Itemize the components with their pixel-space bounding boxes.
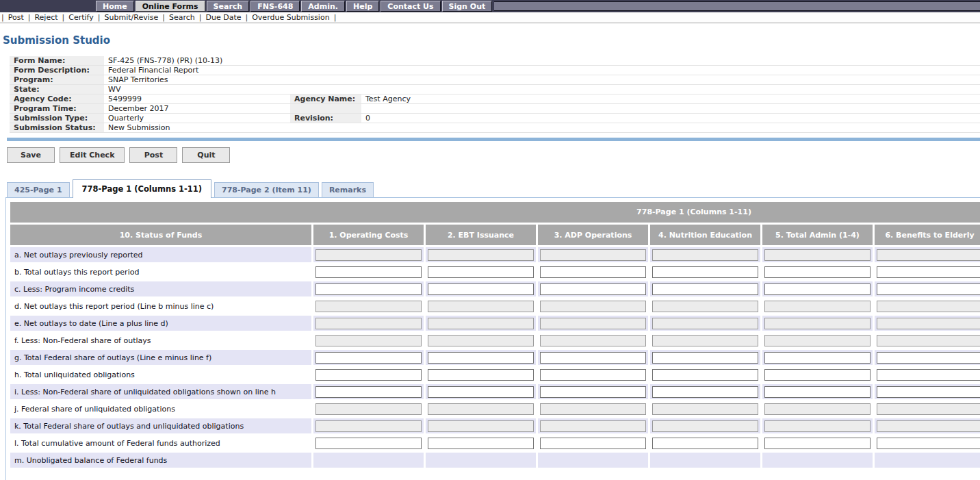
input-i-col1[interactable] — [315, 386, 422, 398]
input-l-col2[interactable] — [428, 438, 534, 449]
tab-425-page-1[interactable]: 425-Page 1 — [7, 182, 70, 197]
input-j-col2 — [428, 403, 534, 415]
detail-value-secondary: 0 — [361, 114, 980, 123]
grid-cell — [650, 401, 760, 416]
menu-item-search[interactable]: Search — [169, 13, 195, 22]
grid-cell — [426, 333, 536, 348]
nav-item-home[interactable]: Home — [96, 1, 134, 12]
nav-item-admin[interactable]: Admin. — [301, 1, 345, 12]
input-h-col2[interactable] — [428, 369, 534, 381]
save-button[interactable]: Save — [7, 147, 55, 163]
input-g-col1[interactable] — [315, 352, 422, 364]
input-j-col3 — [540, 403, 646, 415]
input-b-col6[interactable] — [877, 266, 980, 278]
input-i-col2[interactable] — [428, 386, 534, 398]
menu-item-certify[interactable]: Certify — [68, 13, 94, 22]
grid-cell — [762, 418, 873, 433]
detail-label-secondary — [290, 66, 361, 75]
input-f-col6 — [877, 335, 980, 346]
input-l-col5[interactable] — [764, 438, 871, 449]
nav-item-fns-648[interactable]: FNS-648 — [250, 1, 300, 12]
input-c-col1[interactable] — [315, 283, 422, 295]
input-l-col1[interactable] — [315, 438, 422, 449]
input-h-col6[interactable] — [877, 369, 980, 381]
nav-item-help[interactable]: Help — [346, 1, 379, 12]
input-c-col3[interactable] — [540, 283, 646, 295]
input-h-col5[interactable] — [764, 369, 871, 381]
input-h-col3[interactable] — [540, 369, 646, 381]
submission-details: Form Name:SF-425 (FNS-778) (PR) (10-13)F… — [10, 56, 980, 133]
grid-cell — [538, 281, 648, 296]
grid-cell — [650, 367, 760, 382]
grid-cell — [762, 401, 873, 416]
grid-cell — [762, 333, 873, 348]
row-label: a. Net outlays previously reported — [10, 247, 311, 262]
grid-row-a: a. Net outlays previously reported — [10, 247, 980, 262]
nav-item-contact-us[interactable]: Contact Us — [381, 1, 440, 12]
input-d-col6 — [877, 301, 980, 312]
tab-778-page-1-columns-1-11[interactable]: 778-Page 1 (Columns 1-11) — [73, 179, 211, 198]
input-g-col5[interactable] — [764, 352, 871, 364]
quit-button[interactable]: Quit — [182, 147, 230, 163]
grid-cell — [313, 401, 424, 416]
grid-cell — [650, 435, 760, 451]
post-button[interactable]: Post — [129, 147, 177, 163]
input-i-col4[interactable] — [652, 386, 758, 398]
detail-value-secondary — [361, 75, 980, 85]
nav-item-search[interactable]: Search — [207, 1, 250, 12]
menu-item-overdue-submission[interactable]: Overdue Submission — [252, 13, 329, 22]
input-b-col2[interactable] — [428, 266, 534, 278]
detail-value: December 2017 — [104, 104, 290, 114]
input-i-col5[interactable] — [764, 386, 871, 398]
input-b-col1[interactable] — [315, 266, 422, 278]
input-g-col3[interactable] — [540, 352, 646, 364]
input-h-col1[interactable] — [315, 369, 422, 381]
row-label: m. Unobligated balance of Federal funds — [10, 453, 311, 468]
menu-item-due-date[interactable]: Due Date — [205, 13, 241, 22]
column-header-2-ebt-issuance: 2. EBT Issuance — [426, 225, 536, 245]
grid-cell — [538, 418, 648, 433]
input-g-col4[interactable] — [652, 352, 758, 364]
input-c-col4[interactable] — [652, 283, 758, 295]
input-c-col6[interactable] — [877, 283, 980, 295]
tab-778-page-2-item-11[interactable]: 778-Page 2 (Item 11) — [214, 182, 319, 197]
row-label: e. Net outlays to date (Line a plus line… — [10, 316, 311, 331]
input-b-col5[interactable] — [764, 266, 871, 278]
grid-cell — [538, 435, 648, 451]
input-b-col4[interactable] — [652, 266, 758, 278]
grid-row-j: j. Federal share of unliquidated obligat… — [10, 401, 980, 416]
input-l-col4[interactable] — [652, 438, 758, 449]
top-navbar: HomeOnline FormsSearchFNS-648Admin.HelpC… — [0, 0, 980, 12]
grid-cell — [313, 367, 424, 382]
input-b-col3[interactable] — [540, 266, 646, 278]
edit-check-button[interactable]: Edit Check — [60, 147, 125, 163]
detail-value-secondary — [361, 85, 980, 94]
input-l-col6[interactable] — [877, 438, 980, 449]
input-g-col6[interactable] — [877, 352, 980, 364]
tab-remarks[interactable]: Remarks — [322, 182, 374, 197]
input-k-col4 — [652, 420, 758, 432]
menu-item-submit-revise[interactable]: Submit/Revise — [105, 13, 159, 22]
nav-item-online-forms[interactable]: Online Forms — [136, 1, 205, 12]
input-c-col5[interactable] — [764, 283, 871, 295]
input-i-col6[interactable] — [877, 386, 980, 398]
input-k-col5 — [764, 420, 871, 432]
input-l-col3[interactable] — [540, 438, 646, 449]
menu-item-post[interactable]: Post — [8, 13, 24, 22]
menu-item-reject[interactable]: Reject — [34, 13, 57, 22]
row-label: d. Net outlays this report period (Line … — [10, 299, 311, 314]
input-d-col2 — [428, 301, 534, 312]
input-a-col4 — [652, 249, 758, 261]
input-k-col2 — [428, 420, 534, 432]
grid-cell — [650, 453, 760, 468]
grid-cell — [762, 316, 873, 331]
grid-cell — [762, 299, 873, 314]
input-h-col4[interactable] — [652, 369, 758, 381]
nav-item-sign-out[interactable]: Sign Out — [442, 1, 493, 12]
grid-cell — [762, 350, 873, 365]
menu-separator: | — [162, 13, 165, 22]
input-c-col2[interactable] — [428, 283, 534, 295]
input-g-col2[interactable] — [428, 352, 534, 364]
detail-label: Form Description: — [10, 66, 104, 75]
input-i-col3[interactable] — [540, 386, 646, 398]
